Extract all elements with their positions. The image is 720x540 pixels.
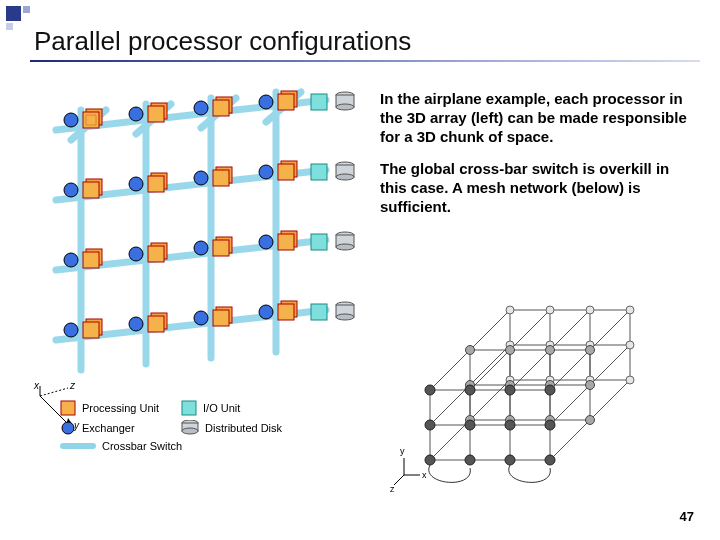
legend-exchanger: Exchanger — [60, 420, 159, 436]
svg-point-119 — [586, 306, 594, 314]
svg-point-129 — [466, 346, 475, 355]
slide-title: Parallel processor configurations — [34, 26, 411, 57]
svg-rect-50 — [148, 246, 164, 262]
svg-point-48 — [129, 247, 143, 261]
svg-point-120 — [626, 306, 634, 314]
svg-point-147 — [505, 420, 515, 430]
slide-corner-ornament — [6, 6, 32, 32]
svg-rect-31 — [83, 182, 99, 198]
svg-point-19 — [194, 101, 208, 115]
svg-point-38 — [259, 165, 273, 179]
svg-point-51 — [194, 241, 208, 255]
svg-line-78 — [40, 388, 68, 396]
svg-point-32 — [129, 177, 143, 191]
svg-point-67 — [194, 311, 208, 325]
svg-rect-66 — [148, 316, 164, 332]
svg-line-155 — [394, 475, 404, 485]
crossbar-icon — [60, 441, 96, 451]
body-text: In the airplane example, each processor … — [380, 90, 690, 217]
title-divider — [30, 60, 700, 62]
legend-label: Distributed Disk — [205, 422, 282, 434]
svg-point-45 — [64, 253, 78, 267]
svg-point-61 — [64, 323, 78, 337]
svg-point-152 — [545, 455, 555, 465]
svg-rect-53 — [213, 240, 229, 256]
svg-rect-14 — [83, 112, 99, 128]
svg-rect-24 — [278, 94, 294, 110]
disk-icon — [181, 420, 199, 436]
svg-point-76 — [336, 314, 354, 320]
svg-point-141 — [425, 385, 435, 395]
svg-rect-57 — [311, 234, 327, 250]
svg-point-28 — [336, 104, 354, 110]
svg-point-29 — [64, 183, 78, 197]
figure-3d-mesh-network: y x z — [390, 300, 690, 500]
svg-point-54 — [259, 235, 273, 249]
svg-point-12 — [64, 113, 78, 127]
svg-rect-47 — [83, 252, 99, 268]
legend-label: Processing Unit — [82, 402, 159, 414]
legend-label: I/O Unit — [203, 402, 240, 414]
svg-point-124 — [626, 341, 634, 349]
svg-rect-40 — [278, 164, 294, 180]
svg-point-131 — [546, 346, 555, 355]
svg-rect-21 — [213, 100, 229, 116]
paragraph-2: The global cross-bar switch is overkill … — [380, 160, 690, 216]
svg-point-142 — [465, 385, 475, 395]
svg-rect-73 — [311, 304, 327, 320]
processing-unit-icon — [60, 400, 76, 416]
svg-point-143 — [505, 385, 515, 395]
svg-point-140 — [586, 416, 595, 425]
exchanger-icon — [60, 420, 76, 436]
svg-point-44 — [336, 174, 354, 180]
svg-point-150 — [465, 455, 475, 465]
io-unit-icon — [181, 400, 197, 416]
axis-y: y — [400, 446, 405, 456]
legend-label: Exchanger — [82, 422, 135, 434]
svg-point-148 — [545, 420, 555, 430]
svg-point-64 — [129, 317, 143, 331]
svg-rect-37 — [213, 170, 229, 186]
svg-rect-56 — [278, 234, 294, 250]
svg-rect-81 — [61, 401, 75, 415]
axis-z: z — [390, 484, 395, 494]
svg-point-22 — [259, 95, 273, 109]
svg-point-118 — [546, 306, 554, 314]
svg-point-146 — [465, 420, 475, 430]
figure-3d-crossbar-array — [36, 80, 366, 400]
svg-point-35 — [194, 171, 208, 185]
svg-point-86 — [182, 428, 198, 434]
axis-x: x — [34, 380, 39, 391]
svg-point-130 — [506, 346, 515, 355]
svg-point-136 — [586, 381, 595, 390]
legend-processing-unit: Processing Unit — [60, 400, 159, 416]
svg-point-144 — [545, 385, 555, 395]
legend-label: Crossbar Switch — [102, 440, 182, 452]
svg-rect-72 — [278, 304, 294, 320]
legend-io-unit: I/O Unit — [181, 400, 282, 416]
svg-rect-25 — [311, 94, 327, 110]
svg-rect-69 — [213, 310, 229, 326]
svg-rect-41 — [311, 164, 327, 180]
svg-point-132 — [586, 346, 595, 355]
svg-point-149 — [425, 455, 435, 465]
svg-rect-82 — [182, 401, 196, 415]
svg-rect-18 — [148, 106, 164, 122]
svg-rect-63 — [83, 322, 99, 338]
svg-point-60 — [336, 244, 354, 250]
paragraph-1: In the airplane example, each processor … — [380, 90, 690, 146]
svg-point-128 — [626, 376, 634, 384]
svg-rect-34 — [148, 176, 164, 192]
svg-point-117 — [506, 306, 514, 314]
page-number: 47 — [680, 509, 694, 524]
axis-x: x — [422, 470, 427, 480]
figure-legend: Processing Unit I/O Unit Exchanger Distr… — [60, 400, 282, 452]
svg-point-83 — [62, 422, 74, 434]
svg-point-145 — [425, 420, 435, 430]
svg-point-151 — [505, 455, 515, 465]
legend-distributed-disk: Distributed Disk — [181, 420, 282, 436]
svg-point-70 — [259, 305, 273, 319]
axis-z: z — [70, 380, 75, 391]
svg-rect-87 — [60, 443, 96, 449]
svg-point-16 — [129, 107, 143, 121]
